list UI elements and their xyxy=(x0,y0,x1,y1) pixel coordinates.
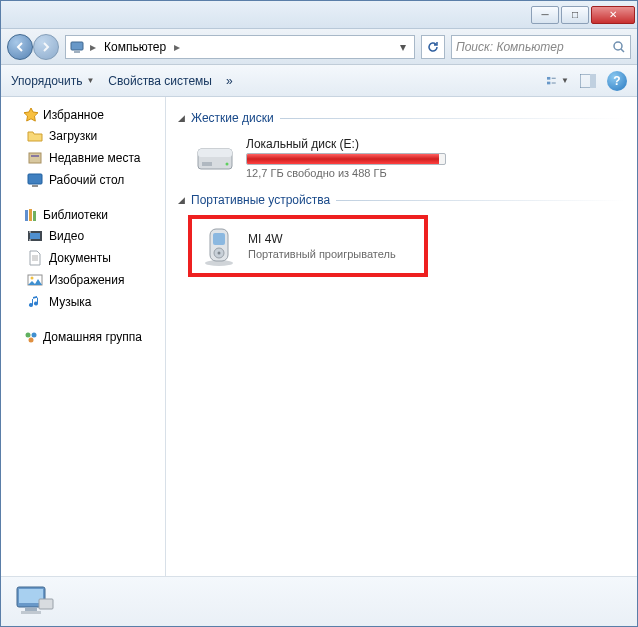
capacity-bar xyxy=(246,153,446,165)
hdd-icon xyxy=(194,137,236,179)
close-button[interactable]: ✕ xyxy=(591,6,635,24)
maximize-button[interactable]: □ xyxy=(561,6,589,24)
portable-player-icon xyxy=(200,225,238,267)
drive-free-text: 12,7 ГБ свободно из 488 ГБ xyxy=(246,167,619,179)
libraries-icon xyxy=(23,207,39,223)
svg-rect-28 xyxy=(202,162,212,166)
svg-point-24 xyxy=(29,338,34,343)
svg-rect-38 xyxy=(39,599,53,609)
music-icon xyxy=(27,294,43,310)
sidebar-item-music[interactable]: Музыка xyxy=(5,291,161,313)
collapse-icon[interactable]: ◢ xyxy=(178,195,185,205)
refresh-button[interactable] xyxy=(421,35,445,59)
help-button[interactable]: ? xyxy=(607,71,627,91)
svg-rect-13 xyxy=(25,210,28,221)
svg-rect-1 xyxy=(74,51,80,53)
svg-rect-11 xyxy=(28,174,42,184)
svg-rect-12 xyxy=(32,185,38,187)
star-icon xyxy=(23,107,39,123)
svg-point-27 xyxy=(226,163,229,166)
search-placeholder: Поиск: Компьютер xyxy=(456,40,564,54)
svg-rect-31 xyxy=(213,233,225,245)
sidebar-item-desktop[interactable]: Рабочий стол xyxy=(5,169,161,191)
minimize-button[interactable]: ─ xyxy=(531,6,559,24)
svg-rect-26 xyxy=(198,149,232,157)
group-header-drives[interactable]: ◢ Жесткие диски xyxy=(178,111,625,125)
sidebar-item-downloads[interactable]: Загрузки xyxy=(5,125,161,147)
toolbar: Упорядочить▼ Свойства системы » ▼ ? xyxy=(1,65,637,97)
search-box[interactable]: Поиск: Компьютер xyxy=(451,35,631,59)
system-properties-button[interactable]: Свойства системы xyxy=(108,74,212,88)
address-dropdown-icon[interactable]: ▾ xyxy=(394,40,412,54)
collapse-icon[interactable]: ◢ xyxy=(178,113,185,123)
svg-rect-10 xyxy=(31,155,39,157)
view-options-button[interactable]: ▼ xyxy=(547,70,569,92)
sidebar-homegroup[interactable]: Домашняя группа xyxy=(5,327,161,347)
nav-bar: ▸ Компьютер ▸ ▾ Поиск: Компьютер xyxy=(1,29,637,65)
svg-point-18 xyxy=(29,231,31,233)
sidebar-item-pictures[interactable]: Изображения xyxy=(5,269,161,291)
back-button[interactable] xyxy=(7,34,33,60)
svg-point-19 xyxy=(29,239,31,241)
svg-rect-3 xyxy=(547,76,550,79)
svg-rect-6 xyxy=(552,82,556,83)
breadcrumb-segment[interactable]: Компьютер xyxy=(100,40,170,54)
sidebar-item-recent[interactable]: Недавние места xyxy=(5,147,161,169)
drive-name: Локальный диск (E:) xyxy=(246,137,619,151)
computer-icon xyxy=(68,38,86,56)
sidebar-libraries[interactable]: Библиотеки xyxy=(5,205,161,225)
svg-rect-36 xyxy=(25,608,37,611)
address-bar[interactable]: ▸ Компьютер ▸ ▾ xyxy=(65,35,415,59)
drive-item[interactable]: Локальный диск (E:) 12,7 ГБ свободно из … xyxy=(188,133,625,183)
svg-rect-5 xyxy=(552,77,556,78)
search-icon xyxy=(612,40,626,54)
homegroup-icon xyxy=(23,329,39,345)
svg-rect-9 xyxy=(29,153,41,163)
forward-button[interactable] xyxy=(33,34,59,60)
organize-menu[interactable]: Упорядочить▼ xyxy=(11,74,94,88)
svg-rect-37 xyxy=(21,611,41,614)
toolbar-overflow[interactable]: » xyxy=(226,74,233,88)
device-subtitle: Портативный проигрыватель xyxy=(248,248,396,260)
sidebar-item-video[interactable]: Видео xyxy=(5,225,161,247)
computer-large-icon xyxy=(13,583,55,621)
content-pane: ◢ Жесткие диски Локальный диск (E:) 12,7… xyxy=(166,97,637,576)
status-bar xyxy=(1,576,637,626)
svg-point-22 xyxy=(26,333,31,338)
svg-rect-0 xyxy=(71,42,83,50)
svg-rect-17 xyxy=(30,233,40,239)
content-body: Избранное Загрузки Недавние места Рабочи… xyxy=(1,97,637,576)
navigation-pane: Избранное Загрузки Недавние места Рабочи… xyxy=(1,97,166,576)
pictures-icon xyxy=(27,272,43,288)
svg-rect-15 xyxy=(33,211,36,221)
recent-icon xyxy=(27,150,43,166)
svg-point-21 xyxy=(31,277,34,280)
sidebar-item-documents[interactable]: Документы xyxy=(5,247,161,269)
device-name: MI 4W xyxy=(248,232,396,246)
svg-point-23 xyxy=(32,333,37,338)
documents-icon xyxy=(27,250,43,266)
svg-point-2 xyxy=(614,42,622,50)
sidebar-favorites[interactable]: Избранное xyxy=(5,105,161,125)
titlebar: ─ □ ✕ xyxy=(1,1,637,29)
desktop-icon xyxy=(27,172,43,188)
svg-rect-4 xyxy=(547,81,550,84)
breadcrumb-arrow-icon[interactable]: ▸ xyxy=(88,40,98,54)
folder-icon xyxy=(27,128,43,144)
video-icon xyxy=(27,228,43,244)
breadcrumb-arrow-icon[interactable]: ▸ xyxy=(172,40,182,54)
preview-pane-button[interactable] xyxy=(577,70,599,92)
device-item-highlighted[interactable]: MI 4W Портативный проигрыватель xyxy=(188,215,428,277)
explorer-window: ─ □ ✕ ▸ Компьютер ▸ ▾ Поиск: Компьютер xyxy=(0,0,638,627)
group-header-portable[interactable]: ◢ Портативные устройства xyxy=(178,193,625,207)
svg-rect-8 xyxy=(590,74,596,88)
svg-rect-14 xyxy=(29,209,32,221)
svg-point-33 xyxy=(218,252,221,255)
